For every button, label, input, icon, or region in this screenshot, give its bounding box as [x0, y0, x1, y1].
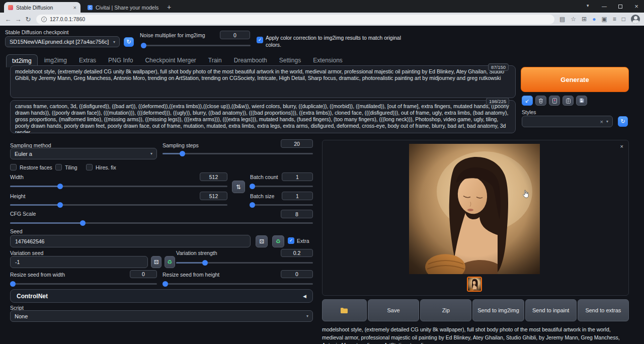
variation-seed-input[interactable] — [10, 256, 148, 268]
send-to-img2img-button[interactable]: Send to img2img — [472, 299, 524, 321]
random-variation-seed-button[interactable]: ⚄ — [151, 256, 162, 268]
forward-icon[interactable]: → — [13, 16, 23, 23]
slider-handle[interactable] — [202, 260, 208, 266]
bookmark-star-icon[interactable]: ☆ — [571, 16, 576, 23]
tab-close-icon[interactable]: × — [162, 5, 162, 11]
height-slider[interactable] — [10, 202, 227, 208]
slider-handle[interactable] — [163, 281, 168, 287]
slider-track — [141, 45, 251, 46]
noise-multiplier-slider[interactable] — [141, 43, 251, 48]
address-bar[interactable]: i 127.0.0.1:7860 — [36, 15, 554, 24]
cast-icon[interactable]: ▣ — [601, 16, 607, 23]
sampling-steps-value[interactable]: 20 — [281, 139, 313, 148]
card-icon — [552, 98, 557, 104]
clear-styles-icon[interactable]: × — [600, 119, 603, 125]
browser-tab-stable-diffusion[interactable]: Stable Diffusion × — [4, 2, 80, 13]
variation-strength-value[interactable]: 0.2 — [281, 249, 313, 257]
controlnet-accordion[interactable]: ControlNet ◀ — [10, 289, 313, 303]
generate-button[interactable]: Generate — [521, 67, 629, 92]
variation-strength-slider[interactable] — [176, 260, 313, 266]
open-folder-button[interactable] — [322, 299, 367, 321]
extension-status-icon[interactable]: ● — [592, 16, 596, 23]
slider-handle[interactable] — [250, 184, 255, 189]
slider-handle[interactable] — [141, 43, 146, 48]
cfg-scale-value[interactable]: 8 — [281, 210, 313, 218]
trash-icon — [538, 98, 543, 104]
clear-prompt-button[interactable] — [535, 96, 546, 106]
slider-handle[interactable] — [10, 281, 16, 287]
gallery-thumbnail[interactable] — [467, 277, 482, 292]
resize-seed-width-value[interactable]: 0 — [130, 270, 157, 278]
batch-count-value[interactable]: 1 — [282, 173, 313, 181]
back-icon[interactable]: ← — [3, 16, 13, 23]
close-gallery-icon[interactable]: × — [620, 143, 623, 149]
color-correction-checkbox[interactable]: ✓ — [257, 37, 263, 43]
save-button[interactable]: Save — [368, 299, 419, 321]
site-info-icon[interactable]: i — [41, 17, 47, 22]
apps-grid-icon[interactable]: ⊞ — [582, 16, 587, 23]
reading-list-icon[interactable]: ▤ — [559, 16, 565, 23]
browser-tab-civitai[interactable]: C Civitai | Share your models × — [84, 2, 162, 13]
slider-track — [10, 283, 157, 285]
extra-networks-button[interactable] — [549, 96, 560, 106]
negative-prompt-textarea[interactable]: canvas frame, cartoon, 3d, ((disfigured)… — [10, 100, 516, 133]
resize-seed-height-value[interactable]: 0 — [281, 270, 313, 278]
slider-handle[interactable] — [57, 202, 63, 208]
window-switch-icon[interactable]: □ — [622, 16, 625, 23]
slider-handle[interactable] — [180, 151, 185, 156]
seed-input[interactable] — [10, 235, 251, 247]
mouse-cursor-hand — [522, 190, 530, 198]
resize-seed-width-slider[interactable] — [10, 281, 157, 287]
slider-handle[interactable] — [250, 202, 255, 208]
styles-dropdown[interactable]: × ▾ — [522, 116, 613, 127]
apply-style-button[interactable] — [562, 96, 574, 106]
refresh-styles-button[interactable]: ↻ — [618, 116, 628, 127]
chevron-down-icon: ▾ — [150, 151, 152, 156]
reload-icon[interactable]: ↻ — [23, 16, 33, 23]
window-close-button[interactable]: × — [629, 0, 644, 13]
restore-faces-checkbox[interactable] — [10, 164, 17, 170]
height-value[interactable]: 512 — [200, 192, 227, 200]
sampling-steps-slider[interactable] — [163, 151, 313, 156]
slider-track — [250, 204, 313, 206]
send-to-inpaint-button[interactable]: Send to inpaint — [525, 299, 577, 321]
batch-size-slider[interactable] — [250, 202, 313, 208]
random-seed-button[interactable]: ⚄ — [256, 235, 268, 247]
prompt-textarea[interactable]: modelshoot style, (extremely detailed CG… — [10, 65, 516, 98]
window-maximize-button[interactable] — [613, 0, 628, 13]
checkpoint-dropdown[interactable]: SD15NewVAEpruned.ckpt [27a4ac756c] ▾ — [5, 36, 120, 47]
tab-close-icon[interactable]: × — [73, 5, 76, 11]
tiling-checkbox[interactable] — [55, 164, 62, 170]
reuse-variation-seed-button[interactable]: ♻ — [165, 256, 175, 268]
slider-track — [250, 186, 313, 187]
profile-avatar[interactable] — [631, 15, 640, 24]
slider-handle[interactable] — [80, 220, 86, 226]
tab-search-icon[interactable]: ▾ — [587, 3, 589, 8]
resize-seed-height-slider[interactable] — [163, 281, 313, 287]
save-style-button[interactable] — [576, 96, 587, 106]
hires-fix-checkbox[interactable] — [86, 164, 93, 170]
paste-params-button[interactable]: ↙ — [522, 96, 533, 106]
refresh-checkpoints-button[interactable]: ↻ — [124, 37, 134, 47]
sampling-method-dropdown[interactable]: Euler a ▾ — [10, 148, 157, 159]
noise-multiplier-value[interactable]: 0 — [220, 31, 250, 39]
width-slider[interactable] — [10, 184, 227, 189]
slider-handle[interactable] — [57, 184, 63, 189]
script-dropdown[interactable]: None ▾ — [10, 310, 313, 322]
send-to-extras-button[interactable]: Send to extras — [578, 299, 629, 321]
zip-button[interactable]: Zip — [420, 299, 471, 321]
batch-count-slider[interactable] — [250, 184, 313, 189]
hires-fix-label: Hires. fix — [96, 164, 116, 170]
new-tab-button[interactable]: + — [167, 3, 171, 11]
swap-width-height-button[interactable]: ⇅ — [232, 181, 245, 193]
batch-size-value[interactable]: 1 — [282, 192, 313, 200]
extra-seed-label: Extra — [297, 238, 309, 244]
generated-image[interactable] — [409, 144, 540, 274]
cfg-scale-slider[interactable] — [10, 220, 313, 226]
tune-icon[interactable]: ≡ — [613, 16, 616, 23]
extra-seed-checkbox[interactable]: ✓ — [288, 237, 294, 244]
window-minimize-button[interactable]: — — [597, 0, 612, 13]
width-value[interactable]: 512 — [200, 173, 227, 181]
reuse-seed-button[interactable]: ♻ — [272, 235, 284, 247]
checkpoint-value: SD15NewVAEpruned.ckpt [27a4ac756c] — [10, 39, 109, 45]
